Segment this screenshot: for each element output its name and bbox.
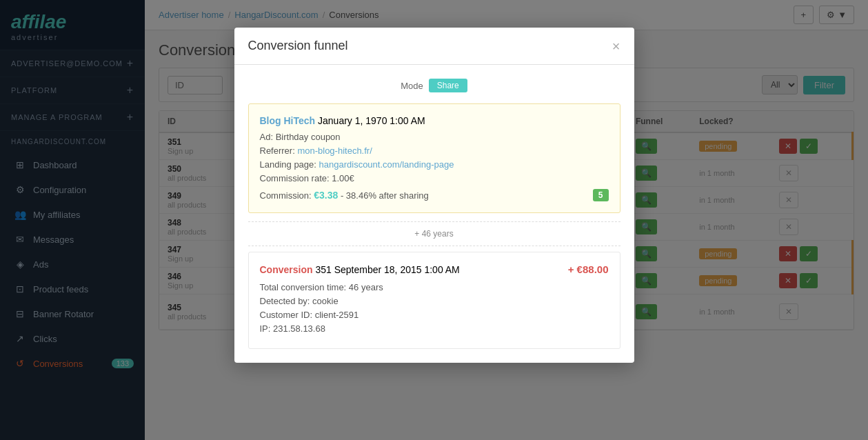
modal-overlay[interactable]: Conversion funnel × Mode Share Blog HiTe… [0,0,868,440]
conversion-title: Conversion 351 September 18, 2015 1:00 A… [260,264,460,275]
mode-row: Mode Share [248,79,620,92]
conversion-header: Conversion 351 September 18, 2015 1:00 A… [260,263,609,275]
detected-label: Detected by: [260,296,313,306]
ip-value: 231.58.13.68 [273,323,325,334]
conversion-funnel-modal: Conversion funnel × Mode Share Blog HiTe… [234,28,634,363]
ip-row: IP: 231.58.13.68 [260,323,609,334]
mode-share-button[interactable]: Share [429,79,467,92]
conversion-date-val: September 18, 2015 1:00 AM [334,264,460,275]
customer-value: client-2591 [315,310,359,320]
referrer-link[interactable]: mon-blog-hitech.fr/ [297,146,372,156]
conversion-block: Conversion 351 September 18, 2015 1:00 A… [248,252,620,349]
referrer-row: Referrer: mon-blog-hitech.fr/ [260,146,609,156]
blog-name: Blog HiTech [260,115,316,126]
ad-label: Ad: [260,132,276,142]
conversion-amount: + €88.00 [568,263,609,275]
commission-suffix: - 38.46% after sharing [341,190,429,201]
ad-row: Ad: Birthday coupon [260,132,609,142]
commission-text: Commission: €3.38 - 38.46% after sharing [260,190,429,201]
commission-rate-row: Commission rate: 1.00€ [260,173,609,183]
conversion-label: Conversion [260,264,313,275]
total-time-row: Total conversion time: 46 years [260,282,609,292]
total-time-value: 46 years [349,282,383,292]
modal-header: Conversion funnel × [234,28,634,65]
ip-label: IP: [260,323,274,334]
detected-value: cookie [312,296,339,306]
click-origin-block: Blog HiTech January 1, 1970 1:00 AM Ad: … [248,103,620,213]
commission-label: Commission: [260,190,312,201]
modal-body: Mode Share Blog HiTech January 1, 1970 1… [234,65,634,363]
commission-badge: 5 [593,189,609,201]
referrer-label: Referrer: [260,146,298,156]
landing-label: Landing page: [260,159,319,170]
landing-row: Landing page: hangardiscount.com/landing… [260,159,609,170]
commission-amount: €3.38 [314,190,338,201]
click-origin-title: Blog HiTech January 1, 1970 1:00 AM [260,115,609,126]
commission-row: Commission: €3.38 - 38.46% after sharing… [260,189,609,201]
total-time-label: Total conversion time: [260,282,349,292]
commission-rate-label: Commission rate: [260,173,332,183]
click-date-value: January 1, 1970 1:00 AM [318,115,425,126]
timeline-divider: + 46 years [248,221,620,246]
modal-title: Conversion funnel [248,39,348,53]
commission-rate-value: 1.00€ [332,173,354,183]
detected-row: Detected by: cookie [260,296,609,306]
customer-row: Customer ID: client-2591 [260,310,609,320]
landing-link[interactable]: hangardiscount.com/landing-page [319,159,454,170]
modal-close-button[interactable]: × [612,39,620,53]
ad-value: Birthday coupon [276,132,341,142]
customer-label: Customer ID: [260,310,315,320]
mode-label: Mode [401,81,423,91]
conversion-id-val: 351 [315,264,331,275]
